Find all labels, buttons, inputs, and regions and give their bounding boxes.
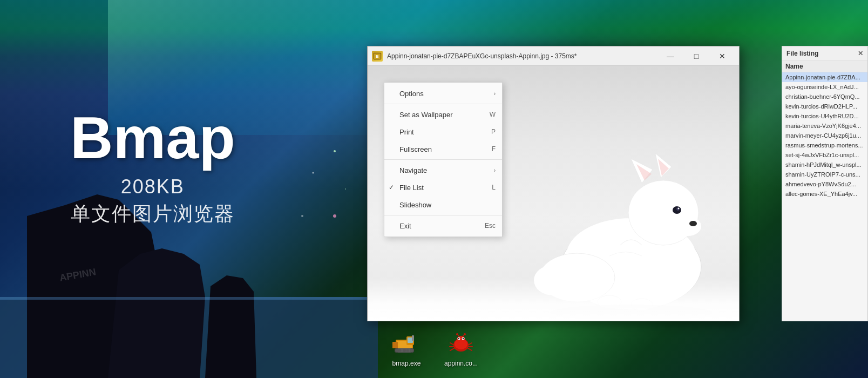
bmap-title: Bmap [70, 108, 235, 167]
bmap-size: 208KB [70, 176, 235, 198]
bmap-exe-icon [390, 330, 423, 357]
svg-line-57 [468, 343, 472, 345]
menu-separator-1 [384, 104, 502, 104]
appinn-label: appinn.co... [444, 360, 478, 367]
svg-point-16 [674, 217, 701, 236]
file-list-item[interactable]: shamin-hPJdMitql_w-unspl... [782, 160, 867, 170]
svg-point-5 [334, 150, 336, 152]
svg-point-41 [398, 349, 401, 352]
svg-rect-40 [412, 335, 414, 341]
svg-point-20 [678, 208, 680, 210]
svg-text:B: B [376, 54, 379, 59]
menu-item-wallpaper[interactable]: Set as Wallpaper W [384, 106, 502, 123]
svg-rect-34 [392, 342, 398, 348]
menu-item-options[interactable]: Options › [384, 85, 502, 102]
file-listing-title: File listing [786, 50, 818, 57]
svg-point-6 [313, 172, 314, 174]
menu-separator-2 [384, 159, 502, 160]
menu-item-print[interactable]: Print P [384, 123, 502, 140]
menu-item-fullscreen[interactable]: Fullscreen F [384, 140, 502, 158]
svg-point-52 [456, 333, 458, 335]
taskbar-item-appinn[interactable]: appinn.co... [444, 330, 478, 367]
svg-line-56 [450, 348, 454, 350]
file-list-item[interactable]: marvin-meyer-CU4yzp6j1u... [782, 131, 867, 140]
window-title: Appinn-jonatan-pie-d7ZBAPEuXGc-unsplash-… [387, 52, 658, 60]
svg-line-59 [468, 348, 472, 350]
file-list-item[interactable]: kevin-turcios-Ul4ythRU2D... [782, 111, 867, 121]
file-list-item[interactable]: christian-buehner-6YQmQ... [782, 92, 867, 102]
svg-point-7 [345, 188, 346, 190]
file-list-item[interactable]: Appinn-jonatan-pie-d7ZBA... [782, 72, 867, 82]
context-menu[interactable]: Options › Set as Wallpaper W Print P Ful… [384, 82, 503, 237]
svg-point-8 [301, 215, 303, 217]
svg-point-49 [463, 338, 464, 339]
file-list-item[interactable]: kevin-turcios-dRlwD2HLP... [782, 102, 867, 111]
appinn-icon [445, 330, 477, 357]
minimize-button[interactable]: — [658, 48, 683, 64]
app-window: B Appinn-jonatan-pie-d7ZBAPEuXGc-unsplas… [367, 46, 740, 321]
file-list-item[interactable]: maria-teneva-VzoYjK6gje4... [782, 121, 867, 131]
svg-point-42 [406, 349, 409, 352]
menu-item-slideshow[interactable]: Slideshow [384, 196, 502, 213]
file-list-item[interactable]: allec-gomes-XE_YhEa4jv... [782, 189, 867, 199]
file-list-item[interactable]: shamin-UyZTROIP7-c-uns... [782, 170, 867, 179]
bmap-exe-label: bmap.exe [392, 360, 421, 367]
title-bar: B Appinn-jonatan-pie-d7ZBAPEuXGc-unsplas… [368, 46, 739, 66]
taskbar-area: bmap.exe [0, 330, 868, 367]
taskbar-item-bmap[interactable]: bmap.exe [390, 330, 423, 367]
file-listing-header: File listing ✕ [782, 46, 867, 61]
file-list-item[interactable]: set-sj-4wJxVFbZr1c-unspl... [782, 150, 867, 160]
svg-point-45 [457, 336, 465, 343]
file-listing-col-header: Name [782, 61, 867, 72]
bmap-description: 单文件图片浏览器 [70, 201, 235, 227]
menu-item-navigate[interactable]: Navigate › [384, 161, 502, 179]
svg-rect-39 [395, 349, 413, 352]
menu-item-filelist[interactable]: ✓ File List L [384, 179, 502, 196]
svg-rect-4 [0, 297, 378, 300]
bmap-overlay: Bmap 208KB 单文件图片浏览器 [70, 108, 235, 227]
window-controls: — □ ✕ [658, 48, 735, 64]
svg-point-48 [458, 338, 459, 339]
svg-point-9 [333, 214, 336, 218]
svg-line-54 [450, 343, 454, 345]
window-content: Options › Set as Wallpaper W Print P Ful… [368, 66, 739, 321]
file-list-items: Appinn-jonatan-pie-d7ZBA...ayo-ogunseind… [782, 72, 867, 321]
file-list-item[interactable]: rasmus-smedstrup-mortens... [782, 140, 867, 150]
menu-item-exit[interactable]: Exit Esc [384, 217, 502, 234]
svg-point-17 [689, 221, 697, 226]
file-listing-close-button[interactable]: ✕ [858, 50, 863, 57]
menu-separator-3 [384, 215, 502, 215]
file-list-item[interactable]: ahmedvevo-pY8WvSdu2... [782, 179, 867, 189]
svg-point-53 [464, 333, 466, 335]
maximize-button[interactable]: □ [684, 48, 709, 64]
app-icon: B [372, 51, 383, 62]
file-listing-panel: File listing ✕ Name Appinn-jonatan-pie-d… [782, 46, 868, 321]
file-list-item[interactable]: ayo-ogunseinde-LX_nAdJ... [782, 82, 867, 92]
close-button[interactable]: ✕ [710, 48, 735, 64]
